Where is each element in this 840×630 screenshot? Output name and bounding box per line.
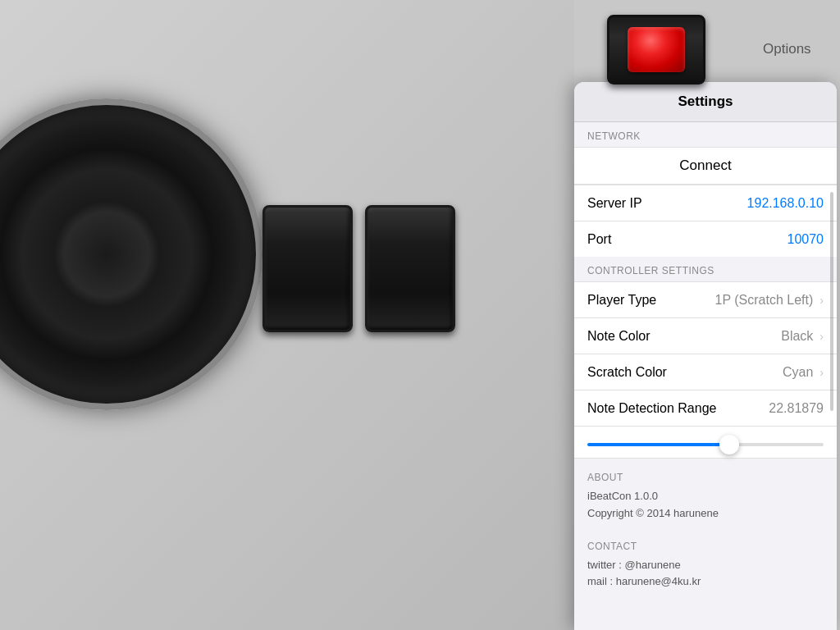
- about-section: ABOUT iBeatCon 1.0.0 Copyright © 2014 ha…: [574, 459, 837, 600]
- key-button-2[interactable]: [365, 205, 455, 332]
- scratch-color-label: Scratch Color: [587, 365, 667, 380]
- player-type-label: Player Type: [587, 293, 656, 308]
- connect-button[interactable]: Connect: [587, 158, 824, 174]
- note-detection-slider-container: [574, 426, 837, 459]
- scrollbar[interactable]: [830, 192, 833, 411]
- player-type-value: 1P (Scratch Left) ›: [715, 293, 824, 308]
- note-color-row[interactable]: Note Color Black ›: [574, 317, 837, 354]
- red-button[interactable]: [607, 15, 705, 84]
- note-detection-label: Note Detection Range: [587, 401, 716, 416]
- scratch-color-value: Cyan ›: [783, 365, 824, 380]
- connect-button-row[interactable]: Connect: [574, 147, 837, 185]
- contact-twitter: twitter : @harunene: [587, 557, 824, 574]
- note-color-chevron: ›: [819, 330, 824, 343]
- note-color-label: Note Color: [587, 329, 650, 344]
- about-copyright: Copyright © 2014 harunene: [587, 505, 824, 523]
- player-type-chevron: ›: [819, 294, 824, 307]
- contact-mail: mail : harunene@4ku.kr: [587, 573, 824, 591]
- server-ip-value: 192.168.0.10: [747, 196, 824, 211]
- settings-title: Settings: [678, 94, 733, 109]
- note-detection-row[interactable]: Note Detection Range 22.81879: [574, 390, 837, 426]
- scratch-color-row[interactable]: Scratch Color Cyan ›: [574, 354, 837, 390]
- network-section-label: NETWORK: [574, 122, 837, 147]
- player-type-row[interactable]: Player Type 1P (Scratch Left) ›: [574, 281, 837, 317]
- options-label[interactable]: Options: [763, 41, 811, 57]
- red-button-container: [607, 15, 705, 84]
- server-ip-label: Server IP: [587, 196, 642, 211]
- key-button-1[interactable]: [262, 205, 353, 332]
- slider-track[interactable]: [587, 443, 824, 446]
- settings-header: Settings: [574, 82, 837, 122]
- about-label: ABOUT: [587, 468, 824, 488]
- slider-thumb[interactable]: [719, 435, 739, 454]
- port-value: 10070: [788, 232, 824, 247]
- server-ip-row[interactable]: Server IP 192.168.0.10: [574, 185, 837, 221]
- about-app-name: iBeatCon 1.0.0: [587, 488, 824, 505]
- settings-panel: Settings NETWORK Connect Server IP 192.1…: [574, 82, 837, 630]
- red-button-inner: [628, 27, 685, 72]
- note-color-value: Black ›: [781, 329, 824, 344]
- contact-label: CONTACT: [587, 537, 824, 557]
- port-label: Port: [587, 232, 611, 247]
- note-detection-value: 22.81879: [769, 401, 824, 416]
- scratch-color-chevron: ›: [819, 366, 824, 379]
- controller-section-label: CONTROLLER SETTINGS: [574, 257, 837, 281]
- port-row[interactable]: Port 10070: [574, 221, 837, 257]
